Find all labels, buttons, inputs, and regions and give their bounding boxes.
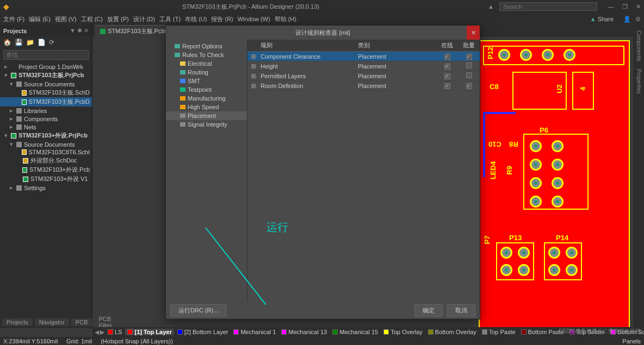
share-button[interactable]: ▲ Share [590,16,614,22]
dialog-tree-item[interactable]: Rules To Check [166,51,247,59]
tree-item[interactable]: STM32F103C8T6.SchI [0,148,92,156]
ok-button[interactable]: 确定 [414,304,443,317]
btab-projects[interactable]: Projects [2,318,33,326]
maximize-icon[interactable]: ❐ [622,3,628,10]
online-checkbox[interactable]: ✓ [444,54,450,60]
user-icon[interactable]: 👤 [623,16,631,23]
layer-item[interactable]: Bottom Overlay [426,329,479,335]
dialog-tree-item[interactable]: Electrical [166,59,247,68]
batch-checkbox[interactable]: ✓ [466,54,472,60]
tree-item[interactable]: ▸Nets [0,123,92,131]
projects-header: Projects ▼ ✱ ✕ [0,25,92,36]
layer-item[interactable]: Mechanical 15 [330,329,380,335]
statusbar: X:2384mil Y:5160mil Grid: 1mil (Hotspot … [0,337,644,345]
menu-report[interactable]: 报告 (R) [211,15,233,23]
online-checkbox[interactable]: ✓ [444,73,450,79]
folder-icon[interactable]: 📁 [26,39,34,46]
pcb-board-view[interactable]: P12 C8 U2 4 P6 C10 R8 LED4 R9 [475,37,633,328]
header-online[interactable]: 在线 [436,40,458,51]
run-drc-button[interactable]: 运行DRC (R)... [170,304,226,317]
search-input[interactable] [499,2,597,11]
tree-item[interactable]: STM32F103+外设 V1 [0,174,92,184]
online-checkbox[interactable]: ✓ [444,83,450,89]
rule-row[interactable]: ▦Component ClearancePlacement✓✓ [247,52,480,61]
tree-item[interactable]: ▸Components [0,115,92,123]
dialog-tree-item[interactable]: Report Options [166,42,247,51]
rule-row[interactable]: ▦Permitted LayersPlacement✓ [247,71,480,81]
batch-checkbox[interactable] [466,62,472,68]
watermark: CSDN @鲁棒最小二乘支持向量机 [559,328,641,335]
layer-item[interactable]: Mechanical 1 [231,329,278,335]
tree-item[interactable]: ▾Source Documents [0,140,92,148]
menu-edit[interactable]: 编辑 (E) [29,15,51,23]
projects-search [0,48,92,61]
menu-view[interactable]: 视图 (V) [55,15,77,23]
dialog-tree-item[interactable]: Testpoint [166,85,247,94]
dialog-titlebar: 设计规则检查器 [mil] ✕ [166,26,480,40]
layer-item[interactable]: Mechanical 13 [279,329,329,335]
tree-item[interactable]: ▸Libraries [0,106,92,115]
menu-tools[interactable]: 工具 (T) [159,15,181,23]
dialog-close-icon[interactable]: ✕ [467,26,480,40]
menu-file[interactable]: 文件 (F) [3,15,24,23]
refresh-icon[interactable]: ⟳ [49,39,54,46]
minimize-icon[interactable]: — [608,3,614,10]
panel-controls[interactable]: ▼ ✱ ✕ [70,27,89,34]
tree-item[interactable]: ▸Settings [0,184,92,192]
online-checkbox[interactable]: ✓ [444,64,450,70]
gear-icon[interactable]: ⚙ [635,16,641,23]
dialog-tree-item[interactable]: SMT [166,77,247,85]
menu-help[interactable]: 帮助 (H) [275,15,296,23]
tab-properties[interactable]: Properties [635,67,643,96]
dialog-tree-item[interactable]: Placement [166,111,247,120]
tree-item[interactable]: ▾STM32F103主板.PrjPcb [0,71,92,80]
header-category[interactable]: 类别 [355,40,436,51]
tab-components[interactable]: Components [635,28,643,64]
layer-item[interactable]: [1] Top Layer [125,329,174,335]
dialog-tree-item[interactable]: High Speed [166,103,247,111]
rule-row[interactable]: ▦Room DefinitionPlacement✓✓ [247,81,480,91]
menu-route[interactable]: 布线 (U) [185,15,207,23]
layer-item[interactable]: Top Paste [480,329,518,335]
menu-design[interactable]: 设计 (D) [133,15,155,23]
menu-place[interactable]: 放置 (P) [107,15,129,23]
tree-item[interactable]: STM32F103主板.PcbD [0,97,92,106]
batch-checkbox[interactable] [466,72,472,78]
close-icon[interactable]: ✕ [636,3,641,10]
global-search[interactable] [499,2,597,11]
panels-button[interactable]: Panels [622,338,641,344]
cancel-button[interactable]: 取消 [447,304,475,317]
layer-nav-left[interactable]: ◀ [95,329,99,336]
projects-tree[interactable]: ▸Project Group 1.DsnWrk▾STM32F103主板.PrjP… [0,61,92,328]
rule-row[interactable]: ▦HeightPlacement✓ [247,61,480,71]
pcb-des-p13: P13 [509,234,522,242]
dialog-tree-item[interactable]: Manufacturing [166,94,247,103]
tree-item[interactable]: ▾Source Documents [0,80,92,88]
tree-item[interactable]: STM32F103主板.SchD [0,88,92,97]
menu-project[interactable]: 工程 (C) [81,15,103,23]
dialog-category-tree[interactable]: Report OptionsRules To CheckElectricalRo… [166,40,247,302]
dialog-tree-item[interactable]: Routing [166,68,247,77]
btab-navigator[interactable]: Navigator [35,318,69,326]
layer-item[interactable]: Top Overlay [381,329,425,335]
menu-window[interactable]: Window (W) [238,16,270,22]
header-rule[interactable]: 规则 [257,40,355,51]
pcb-des-led4: LED4 [489,161,497,179]
layer-item[interactable]: [2] Bottom Layer [175,329,231,335]
tree-item[interactable]: ▸Project Group 1.DsnWrk [0,62,92,71]
batch-checkbox[interactable]: ✓ [466,83,472,89]
compile-icon[interactable]: 📄 [38,39,46,46]
btab-pcb[interactable]: PCB [71,318,92,326]
save-icon[interactable]: 💾 [15,39,23,46]
pcb-des-r9: R9 [505,166,513,175]
dialog-tree-item[interactable]: Signal Integrity [166,120,247,129]
cloud-icon[interactable]: ▲ [488,3,494,10]
layer-nav-right[interactable]: ▶ [100,329,104,336]
header-batch[interactable]: 批量 [458,40,480,51]
tree-item[interactable]: STM32F103+外设.Pcb [0,165,92,174]
projects-search-input[interactable] [3,50,89,60]
layer-item[interactable]: LS [106,329,124,335]
home-icon[interactable]: 🏠 [3,39,11,46]
tree-item[interactable]: ▾STM32F103+外设.PrjPcb [0,131,92,140]
tree-item[interactable]: 外设部分.SchDoc [0,156,92,165]
